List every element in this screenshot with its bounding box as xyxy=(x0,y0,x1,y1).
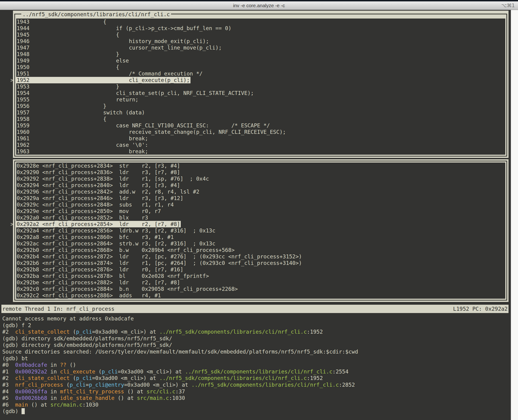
console-text: p_cli xyxy=(76,375,92,381)
console-text: =0x3ad00 <m_cli>) at xyxy=(124,382,192,388)
source-line: 1950 { xyxy=(16,64,505,70)
disassembly-window: 0x2928e <nrf_cli_process+2834> str r2, [… xyxy=(13,159,509,302)
console-text: in xyxy=(47,362,60,368)
source-line: 1954 cli_state_set(p_cli, NRF_CLI_STATE_… xyxy=(16,90,505,96)
console-text: main xyxy=(15,402,28,408)
source-line: 1957 switch (data) xyxy=(16,109,505,116)
disasm-line: 0x292be <nrf_cli_process+2882> ldr r2, [… xyxy=(16,279,505,286)
console-text: #2 xyxy=(2,375,15,381)
current-position-marker: > xyxy=(10,77,14,83)
console-line: (gdb) bt xyxy=(2,355,507,362)
console-text: p_cli xyxy=(102,369,118,375)
console-line: #2 cli_state_collect (p_cli=0x3ad00 <m_c… xyxy=(2,329,507,335)
source-line: 1944 if (p_cli->p_ctx->cmd_buff_len == 0… xyxy=(16,25,505,31)
disasm-line: 0x29294 <nrf_cli_process+2840> ldr r3, [… xyxy=(16,182,505,188)
gdb-console[interactable]: Cannot access memory at address 0xbadcaf… xyxy=(2,315,507,415)
console-text: src/main.c xyxy=(51,402,82,408)
console-text: 0x000292a2 xyxy=(15,369,47,375)
console-text: ../nrf5_sdk/components/libraries/cli/nrf… xyxy=(185,369,332,375)
disasm-line: 0x292ba <nrf_cli_process+2878> bl 0x2e02… xyxy=(16,273,505,279)
source-line: 1956 } xyxy=(16,103,505,109)
console-line: #0 0x0badcafe in ?? () xyxy=(2,362,507,368)
source-code-area: 1943 {1944 if (p_cli->p_ctx->cmd_buff_le… xyxy=(16,19,505,155)
console-text: (gdb) directory sdk/embedded/platforms/n… xyxy=(2,342,172,348)
keyboard-shortcut-badge: ⌥⌘1 xyxy=(501,1,515,10)
console-text: in xyxy=(47,369,60,375)
console-text: =0x3ad00 <m_cli>) at xyxy=(118,369,185,375)
disasm-line: 0x292a8 <nrf_cli_process+2860> bfc r3, #… xyxy=(16,234,505,240)
console-line: #1 0x000292a2 in cli_execute (p_cli=0x3a… xyxy=(2,368,507,375)
console-text: ( xyxy=(70,329,76,335)
console-text: (gdb) bt xyxy=(2,355,28,361)
console-text: :2852 xyxy=(339,382,355,388)
console-text: Source directories searched: /Users/tyle… xyxy=(2,349,358,355)
console-text: () at xyxy=(124,389,147,395)
block-cursor[interactable] xyxy=(22,408,25,414)
console-line: #4 0x00026ffa in mflt_cli_try_process ()… xyxy=(2,388,507,395)
console-text: #6 xyxy=(2,402,15,408)
console-text: 0x00026b68 xyxy=(15,395,47,401)
console-text: () at xyxy=(115,395,137,401)
console-text: mflt_cli_try_process xyxy=(60,389,124,395)
source-window: 1943 {1944 if (p_cli->p_ctx->cmd_buff_le… xyxy=(13,11,509,158)
console-text: (gdb) f 2 xyxy=(2,322,31,328)
terminal-titlebar[interactable]: inv -e core.analyze -e -c ⌥⌘1 xyxy=(0,1,518,10)
source-line: 1962 case '\0': xyxy=(16,142,505,148)
disasm-line: 0x29292 <nrf_cli_process+2838> ldr r1, [… xyxy=(16,175,505,182)
console-text: cli_state_collect xyxy=(15,375,69,381)
console-text: ( xyxy=(95,369,102,375)
source-line: 1945 { xyxy=(16,31,505,38)
disasm-line: 0x292c2 <nrf_cli_process+2886> adds r4, … xyxy=(16,292,505,299)
gdb-status-bar: remote Thread 1 In: nrf_cli_process L195… xyxy=(1,305,509,313)
console-text: cli_execute xyxy=(60,369,95,375)
console-text: ../nrf5_sdk/components/libraries/cli/nrf… xyxy=(192,382,339,388)
disasm-line: 0x2928e <nrf_cli_process+2834> str r2, [… xyxy=(16,163,505,169)
disasm-line: 0x292b6 <nrf_cli_process+2874> ldr r1, [… xyxy=(16,260,505,266)
console-text: ../nrf5_sdk/components/libraries/cli/nrf… xyxy=(159,375,307,381)
disasm-line: 0x29290 <nrf_cli_process+2836> ldr r3, [… xyxy=(16,169,505,175)
source-line: 1953 } xyxy=(16,83,505,90)
terminal-title: inv -e core.analyze -e -c xyxy=(0,1,518,10)
console-text: p_cli xyxy=(76,329,92,335)
console-text: src/main.c xyxy=(137,395,169,401)
disasm-line: 0x2929a <nrf_cli_process+2846> ldr r3, [… xyxy=(16,195,505,202)
console-text: #4 xyxy=(2,389,15,395)
console-text: #5 xyxy=(2,395,15,401)
console-text: idle_state_handle xyxy=(60,395,114,401)
console-text: () xyxy=(67,362,76,368)
disasm-line-current: 0x292a2 <nrf_cli_process+2854> ldr r2, [… xyxy=(16,221,181,227)
console-line: (gdb) f 2 xyxy=(2,322,507,329)
disasm-line: 0x29296 <nrf_cli_process+2842> add.w r2,… xyxy=(16,188,505,195)
source-window-title: ../nrf5_sdk/components/libraries/cli/nrf… xyxy=(21,11,171,18)
console-line: Cannot access memory at address 0xbadcaf… xyxy=(2,315,507,322)
console-line: (gdb) directory sdk/embedded/platforms/n… xyxy=(2,342,507,348)
console-text: p_cli xyxy=(70,382,86,388)
console-text: src/cli.c xyxy=(147,389,175,395)
status-line-pc: L1952 PC: 0x292a2 xyxy=(453,305,508,313)
console-text: 0x0badcafe xyxy=(15,362,47,368)
disasm-line: 0x292a0 <nrf_cli_process+2852> blx r3 xyxy=(16,214,505,221)
console-text: ../nrf5_sdk/components/libraries/cli/nrf… xyxy=(159,329,307,335)
console-text: =0x3ad00 <m_cli>) at xyxy=(92,329,159,335)
console-text: 0x00026ffa xyxy=(15,389,47,395)
gdb-prompt-line[interactable]: (gdb) xyxy=(2,408,507,415)
source-line: 1955 return; xyxy=(16,96,505,103)
source-line: 1943 { xyxy=(16,19,505,25)
disasm-line: 0x292c0 <nrf_cli_process+2884> b.n 0x290… xyxy=(16,286,505,292)
current-position-marker: > xyxy=(10,221,14,227)
console-text: in xyxy=(47,389,60,395)
disasm-line: 0x292b4 <nrf_cli_process+2872> ldr r2, [… xyxy=(16,253,505,260)
console-text: :1030 xyxy=(82,402,98,408)
console-text: #0 xyxy=(2,362,15,368)
source-line: 1959 case NRF_CLI_VT100_ASCII_ESC: /* ES… xyxy=(16,122,505,129)
console-text: #3 xyxy=(2,382,15,388)
source-line-current: 1952 cli_execute(p_cli);> xyxy=(16,77,191,83)
console-line: #2 cli_state_collect (p_cli=0x3ad00 <m_c… xyxy=(2,375,507,382)
source-line: 1958 { xyxy=(16,116,505,122)
console-text: :2554 xyxy=(332,369,348,375)
console-text: cli_state_collect xyxy=(15,329,69,335)
disasm-line: 0x292b0 <nrf_cli_process+2868> b.w 0x289… xyxy=(16,247,505,253)
scrollbar-track[interactable] xyxy=(511,10,518,420)
console-text: = xyxy=(86,382,89,388)
console-text: nrf_cli_process xyxy=(15,382,63,388)
